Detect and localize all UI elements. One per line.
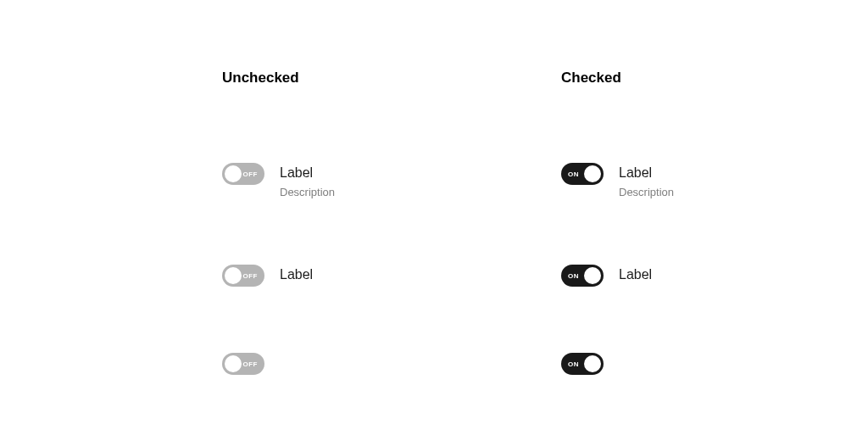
toggle-row: ON xyxy=(561,353,765,375)
toggle-label: Label xyxy=(619,165,674,182)
toggle-switch-on[interactable]: ON xyxy=(561,353,604,375)
toggle-state-text: OFF xyxy=(243,360,259,367)
toggle-text-block: Label Description xyxy=(280,163,335,198)
checked-column: Checked ON Label Description ON Label ON xyxy=(561,70,765,441)
toggle-row: OFF xyxy=(222,353,426,375)
toggle-row: ON Label xyxy=(561,265,765,287)
toggle-state-text: ON xyxy=(568,360,579,367)
toggle-knob xyxy=(225,165,242,182)
unchecked-column: Unchecked OFF Label Description OFF Labe… xyxy=(222,70,426,441)
toggle-state-text: ON xyxy=(568,170,579,178)
toggle-row: ON Label Description xyxy=(561,163,765,198)
toggle-knob xyxy=(225,267,242,284)
checked-header: Checked xyxy=(561,70,765,87)
toggle-row: OFF Label xyxy=(222,265,426,287)
toggle-text-block: Label xyxy=(619,265,652,284)
toggle-label: Label xyxy=(619,266,652,284)
toggle-text-block: Label xyxy=(280,265,313,284)
toggle-row: OFF Label Description xyxy=(222,163,426,198)
toggle-switch-off[interactable]: OFF xyxy=(222,163,264,185)
toggle-description: Description xyxy=(280,186,335,198)
toggle-knob xyxy=(225,355,242,372)
toggle-state-text: OFF xyxy=(243,170,259,178)
toggle-knob xyxy=(584,165,601,182)
toggle-switch-off[interactable]: OFF xyxy=(222,353,264,375)
toggle-switch-off[interactable]: OFF xyxy=(222,265,264,287)
toggle-knob xyxy=(584,267,601,284)
toggle-label: Label xyxy=(280,266,313,284)
toggle-switch-on[interactable]: ON xyxy=(561,163,604,185)
unchecked-header: Unchecked xyxy=(222,70,426,87)
toggle-knob xyxy=(584,355,601,372)
toggle-text-block: Label Description xyxy=(619,163,674,198)
toggle-state-text: OFF xyxy=(243,271,259,279)
toggle-label: Label xyxy=(280,165,335,182)
toggle-switch-on[interactable]: ON xyxy=(561,265,604,287)
toggle-state-text: ON xyxy=(568,271,579,279)
toggle-description: Description xyxy=(619,186,674,198)
